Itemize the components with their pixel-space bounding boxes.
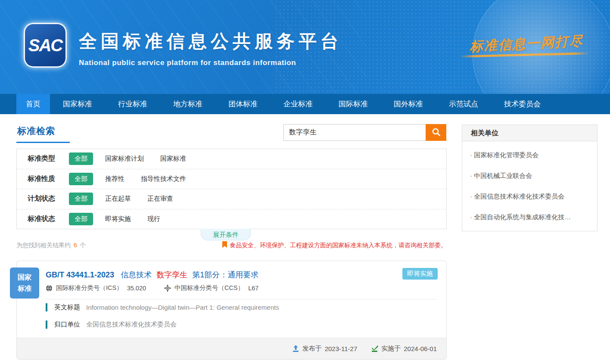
detail-accent-bar — [46, 320, 47, 329]
detail-value: Information technology—Digital twin—Part… — [86, 304, 279, 311]
standard-title-part1: 信息技术 — [121, 271, 152, 279]
implemented-label: 实施于 — [381, 345, 401, 353]
page-title-underline — [16, 142, 70, 143]
filter-all-button[interactable]: 全部 — [69, 152, 93, 165]
nav-tab-pilot-programs[interactable]: 示范试点 — [436, 94, 491, 114]
sidebar-item-it-standardization-committee[interactable]: 全国信息技术标准化技术委员会 — [462, 186, 597, 207]
search-input[interactable] — [283, 124, 426, 141]
globe-icon — [46, 285, 53, 292]
ics-value: 35.020 — [127, 285, 146, 292]
category-badge[interactable]: 国家标准 — [10, 268, 39, 299]
filter-option[interactable]: 正在起草 — [105, 195, 131, 203]
filter-all-button[interactable]: 全部 — [69, 173, 93, 185]
sidebar-padding — [462, 227, 597, 231]
filter-option[interactable]: 推荐性 — [105, 175, 124, 183]
nav-tab-home[interactable]: 首页 — [16, 94, 50, 114]
ccs-label: 中国标准分类号（CCS） — [174, 284, 244, 292]
filter-option[interactable]: 现行 — [147, 215, 160, 223]
nav-tab-national-standards[interactable]: 国家标准 — [50, 94, 105, 114]
card-divider — [46, 299, 437, 299]
standard-title-highlight: 数字孪生 — [156, 271, 187, 279]
main-content: 标准检索 标准类型 全部 国家标准计划 国家标准 标准性质 全部 推荐性 指 — [0, 114, 610, 364]
published-date: 2023-11-27 — [325, 345, 358, 352]
search-icon — [432, 128, 441, 138]
page: SAC 全国标准信息公共服务平台 National public service… — [0, 0, 610, 364]
detail-row-committee: 归口单位 全国信息技术标准化技术委员会 — [46, 320, 177, 329]
filter-row-plan-status: 计划状态 全部 正在起草 正在审查 — [17, 189, 446, 209]
filter-label: 计划状态 — [28, 194, 69, 203]
detail-accent-bar — [46, 303, 47, 311]
standard-result-card: 国家标准 GB/T 43441.1-2023 信息技术 数字孪生 第1部分：通用… — [16, 261, 447, 360]
sac-logo-text: SAC — [28, 36, 62, 55]
results-count: 6 — [74, 242, 77, 249]
filter-option[interactable]: 即将实施 — [105, 215, 131, 223]
nav-tab-industry-standards[interactable]: 行业标准 — [105, 94, 160, 114]
implemented-date: 2024-06-01 — [404, 345, 437, 352]
bookmark-icon — [222, 241, 227, 250]
main-navigation: 首页 国家标准 行业标准 地方标准 团体标准 企业标准 国际标准 国外标准 示范… — [0, 94, 610, 114]
filter-option[interactable]: 国家标准计划 — [105, 155, 144, 163]
standard-title-link[interactable]: GB/T 43441.1-2023 信息技术 数字孪生 第1部分：通用要求 — [46, 270, 258, 280]
filter-all-button[interactable]: 全部 — [69, 213, 93, 225]
site-title-block: 全国标准信息公共服务平台 National public service pla… — [79, 29, 342, 67]
category-badge-text: 国家标准 — [16, 272, 33, 294]
filter-label: 标准性质 — [28, 174, 69, 184]
implemented-date-group: 实施于 2024-06-01 — [371, 345, 437, 353]
nav-tab-international-standards[interactable]: 国际标准 — [326, 94, 381, 114]
related-units-title: 相关单位 — [462, 125, 597, 141]
ccs-value: L67 — [248, 285, 258, 292]
nav-tab-local-standards[interactable]: 地方标准 — [160, 94, 215, 114]
detail-label: 归口单位 — [54, 320, 80, 329]
filter-option[interactable]: 国家标准 — [160, 155, 186, 163]
results-summary: 为您找到相关结果约 6 个 — [16, 242, 86, 249]
results-info-row: 为您找到相关结果约 6 个 食品安全、环境保护、工程建设方面的国家标准未纳入本系… — [16, 241, 447, 250]
implement-icon — [371, 345, 378, 352]
results-summary-prefix: 为您找到相关结果约 — [16, 242, 71, 249]
ics-label: 国际标准分类号（ICS） — [56, 284, 123, 292]
notice-text: 食品安全、环境保护、工程建设方面的国家标准未纳入本系统，请咨询相关部委。 — [230, 242, 447, 249]
filter-row-standard-nature: 标准性质 全部 推荐性 指导性技术文件 — [17, 169, 446, 190]
filter-all-button[interactable]: 全部 — [69, 193, 93, 205]
standard-title-part2: 第1部分：通用要求 — [192, 271, 258, 279]
filter-option[interactable]: 正在审查 — [147, 195, 173, 203]
nav-tab-foreign-standards[interactable]: 国外标准 — [381, 94, 436, 114]
filter-label: 标准状态 — [28, 215, 69, 224]
filter-row-standard-status: 标准状态 全部 即将实施 现行 — [17, 209, 446, 230]
sidebar-item-automation-systems-committee[interactable]: 全国自动化系统与集成标准化技… — [462, 207, 597, 227]
search-bar — [283, 124, 446, 141]
status-badge: 即将实施 — [402, 268, 438, 280]
system-notice: 食品安全、环境保护、工程建设方面的国家标准未纳入本系统，请咨询相关部委。 — [222, 241, 447, 250]
standard-code: GB/T 43441.1-2023 — [46, 271, 114, 279]
related-units-panel: 相关单位 国家标准化管理委员会 中国机械工业联合会 全国信息技术标准化技术委员会… — [462, 124, 598, 231]
site-header: SAC 全国标准信息公共服务平台 National public service… — [0, 0, 610, 94]
page-title: 标准检索 — [17, 125, 55, 137]
sidebar-padding — [462, 141, 597, 145]
site-subtitle: National public service platform for sta… — [79, 59, 342, 67]
detail-label: 英文标题 — [54, 303, 80, 311]
sidebar-item-sac[interactable]: 国家标准化管理委员会 — [462, 145, 597, 165]
nav-tab-technical-committees[interactable]: 技术委员会 — [491, 94, 554, 114]
publish-icon — [292, 345, 299, 352]
published-label: 发布于 — [302, 345, 322, 353]
detail-row-english-title: 英文标题 Information technology—Digital twin… — [46, 303, 279, 311]
results-summary-suffix: 个 — [80, 242, 86, 249]
expand-conditions-button[interactable]: 展开条件 — [201, 229, 251, 240]
classification-row: 国际标准分类号（ICS） 35.020 中国标准分类号（CCS） L67 — [46, 284, 258, 292]
filter-label: 标准类型 — [28, 154, 69, 163]
site-title: 全国标准信息公共服务平台 — [79, 29, 342, 53]
nav-tab-enterprise-standards[interactable]: 企业标准 — [271, 94, 326, 114]
filter-panel: 标准类型 全部 国家标准计划 国家标准 标准性质 全部 推荐性 指导性技术文件 … — [16, 149, 447, 229]
sac-logo[interactable]: SAC — [24, 23, 67, 68]
card-footer: 发布于 2023-11-27 实施于 2024-06-01 — [17, 338, 446, 359]
published-date-group: 发布于 2023-11-27 — [292, 345, 358, 353]
compass-icon — [164, 285, 171, 292]
detail-value: 全国信息技术标准化技术委员会 — [86, 320, 177, 329]
nav-tab-group-standards[interactable]: 团体标准 — [215, 94, 271, 114]
filter-option[interactable]: 指导性技术文件 — [141, 175, 186, 183]
search-button[interactable] — [426, 124, 446, 141]
sidebar-item-machinery-federation[interactable]: 中国机械工业联合会 — [462, 165, 597, 186]
filter-row-standard-type: 标准类型 全部 国家标准计划 国家标准 — [17, 149, 446, 169]
